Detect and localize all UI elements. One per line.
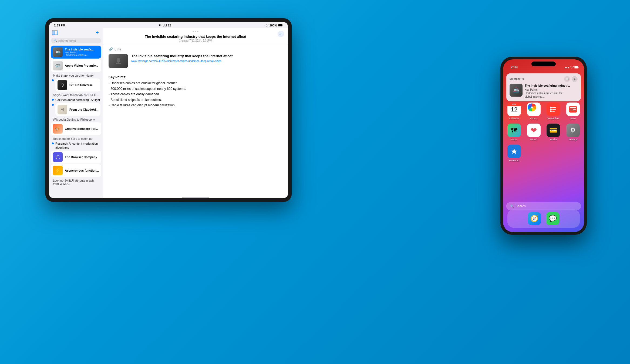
phone-status-icons: ●●●	[564, 66, 579, 69]
svg-rect-20	[570, 110, 573, 110]
svg-point-15	[550, 110, 552, 112]
calendar-day-header: FRI	[507, 103, 521, 106]
sidebar-item-wikipedia[interactable]: Wikipedia:Getting to Philosophy	[49, 117, 103, 122]
sidebar-dot-claude	[52, 104, 54, 106]
sidebar-item-browser-co[interactable]: ⬡ The Browser Company	[51, 151, 101, 164]
article-preview[interactable]: The invisible seafaring industry that ke…	[109, 54, 282, 71]
sidebar-item-claude[interactable]: AI From the ClaudeAI...	[55, 103, 100, 116]
phone-signal-icon: ●●●	[564, 66, 569, 69]
sidebar-item-call-ben[interactable]: Call Ben about borrowing UV light	[49, 97, 103, 102]
sidebar-item-info-browser-co: The Browser Company	[65, 155, 99, 159]
notification-book-action[interactable]: 📖	[564, 76, 570, 82]
sidebar-item-github-dot: ⬡ GitHub Universe	[49, 78, 103, 92]
notification-card[interactable]: Memento 📖 🗑 🚢 The invisible seafaring in…	[506, 73, 581, 101]
icon-item-photos[interactable]: Photos	[526, 103, 542, 120]
sidebar-item-title-creative: Creative Software For...	[65, 127, 99, 130]
icon-item-memento[interactable]: Memento	[506, 145, 522, 162]
tablet-content-area: + 🔍 Search Items 🚢	[49, 28, 288, 198]
svg-rect-14	[552, 109, 556, 110]
phone-search-bar[interactable]: 🔍 Search	[506, 202, 581, 210]
link-icon: 🔗	[109, 47, 113, 51]
phone-device: 2:39 ●●● Memento 📖 🗑	[500, 57, 587, 235]
main-title: The invisible seafaring industry that ke…	[145, 35, 246, 39]
health-label: Health	[530, 138, 537, 141]
more-options-button[interactable]: ···	[278, 31, 284, 37]
new-item-button[interactable]: +	[94, 30, 100, 36]
svg-rect-12	[552, 107, 556, 108]
dock-messages-icon[interactable]: 💬	[546, 212, 559, 225]
sidebar-item-research-ai[interactable]: Research AI content moderation algorithm…	[49, 141, 103, 150]
sidebar-item-title-seafaring: The invisible seafa...	[65, 48, 99, 51]
sidebar-item-invisible-seafaring[interactable]: 🚢 The invisible seafa... Key Points: - U…	[51, 46, 101, 59]
icon-item-wallet[interactable]: 💳 Wallet	[545, 124, 561, 141]
key-points-header: Key Points:	[109, 74, 282, 80]
sidebar-panel-icon[interactable]	[52, 30, 58, 36]
notification-trash-action[interactable]: 🗑	[572, 76, 578, 82]
dynamic-island	[531, 62, 556, 66]
svg-rect-1	[278, 24, 282, 26]
link-label: Link	[114, 47, 121, 51]
maps-label: Maps	[511, 138, 517, 141]
sidebar-item-async[interactable]: ⚡ Asyncronous function...	[51, 164, 101, 177]
notification-header: Memento 📖 🗑	[510, 76, 578, 82]
sidebar-item-title-claude: From the ClaudeAI...	[69, 108, 98, 111]
icon-item-settings[interactable]: ⚙ Settings	[565, 124, 581, 141]
svg-rect-18	[570, 107, 576, 108]
settings-icon-box: ⚙	[566, 124, 580, 137]
sidebar-item-info-seafaring: The invisible seafa... Key Points: - Und…	[65, 48, 99, 56]
main-header: The invisible seafaring industry that ke…	[103, 28, 288, 44]
sidebar-item-title-async: Asyncronous function...	[65, 169, 99, 172]
memento-label: Memento	[509, 159, 519, 162]
photos-icon-box	[527, 103, 541, 116]
svg-marker-22	[511, 148, 517, 154]
svg-rect-2	[282, 25, 283, 26]
phone-battery-icon	[574, 66, 579, 69]
sidebar-item-creative[interactable]: 🎨 Creative Software For...	[51, 122, 101, 135]
sidebar-item-henry[interactable]: Make thank you card for Henry	[49, 73, 103, 78]
article-url[interactable]: www.theverge.com/c/24070570/internet-cab…	[131, 60, 282, 63]
sidebar-item-nvidia[interactable]: So you want to rent an NVIDIA H...	[49, 92, 103, 97]
icon-item-news[interactable]: News	[565, 103, 581, 120]
sidebar-item-github[interactable]: ⬡ GitHub Universe	[55, 79, 100, 91]
sidebar-thumb-creative: 🎨	[53, 124, 63, 134]
svg-point-10	[531, 106, 533, 108]
sidebar-item-subtitle-seafaring: Key Points:	[65, 51, 99, 54]
icon-item-health[interactable]: ❤ Health	[526, 124, 542, 141]
tablet-device: 2:33 PM Fri Jul 12 100%	[45, 18, 292, 202]
key-point-3: - These cables are easily damaged.	[109, 91, 282, 97]
sidebar-item-info-claude: From the ClaudeAI...	[69, 108, 98, 111]
photos-label: Photos	[530, 117, 538, 120]
sidebar-item-title-browser-co: The Browser Company	[65, 155, 99, 159]
sidebar-item-claude-dot: AI From the ClaudeAI...	[49, 102, 103, 117]
sidebar-thumb-async: ⚡	[53, 166, 63, 175]
phone-dock: 🧭 💬	[507, 209, 580, 228]
wifi-icon	[265, 24, 268, 27]
calendar-icon-box: FRI 12	[507, 103, 521, 116]
key-point-1: - Undersea cables are crucial for global…	[109, 80, 282, 86]
notification-thumb: 🚢	[510, 84, 523, 97]
icon-item-reminders[interactable]: Reminders	[545, 103, 561, 120]
sidebar-item-apple-vision[interactable]: 🥽 Apple Vision Pro arriv...	[51, 59, 101, 72]
icon-item-maps[interactable]: 🗺 Maps	[506, 124, 522, 141]
notification-title: The invisible seafaring industr...	[525, 84, 578, 87]
tablet-status-right: 100%	[265, 24, 283, 27]
svg-point-13	[550, 108, 552, 110]
search-bar[interactable]: 🔍 Search Items	[51, 38, 101, 43]
phone-icons-row-3: Memento	[506, 145, 581, 162]
sidebar-item-swiftui[interactable]: Look up SwiftUI attribute graph, from WW…	[49, 178, 103, 186]
scroll-indicator	[182, 197, 209, 198]
dock-safari-icon[interactable]: 🧭	[528, 212, 541, 225]
notification-body: 🚢 The invisible seafaring industr... Key…	[510, 84, 578, 98]
wallet-label: Wallet	[550, 138, 557, 141]
sidebar-item-info-apple-vision: Apple Vision Pro arriv...	[65, 64, 99, 67]
article-info: The invisible seafaring industry that ke…	[131, 54, 282, 68]
memento-icon-box	[507, 145, 521, 158]
sidebar-item-info-async: Asyncronous function...	[65, 169, 99, 172]
article-thumbnail	[109, 54, 128, 68]
phone-icons-row-1: FRI 12 Calendar	[506, 103, 581, 120]
sidebar-item-sally[interactable]: Reach out to Sally to catch up	[49, 136, 103, 141]
icon-item-calendar[interactable]: FRI 12 Calendar	[506, 103, 522, 120]
sidebar-item-title-github: GitHub Universe	[69, 83, 98, 87]
sidebar-thumb-claude: AI	[58, 105, 67, 114]
tablet-screen: 2:33 PM Fri Jul 12 100%	[49, 22, 288, 198]
